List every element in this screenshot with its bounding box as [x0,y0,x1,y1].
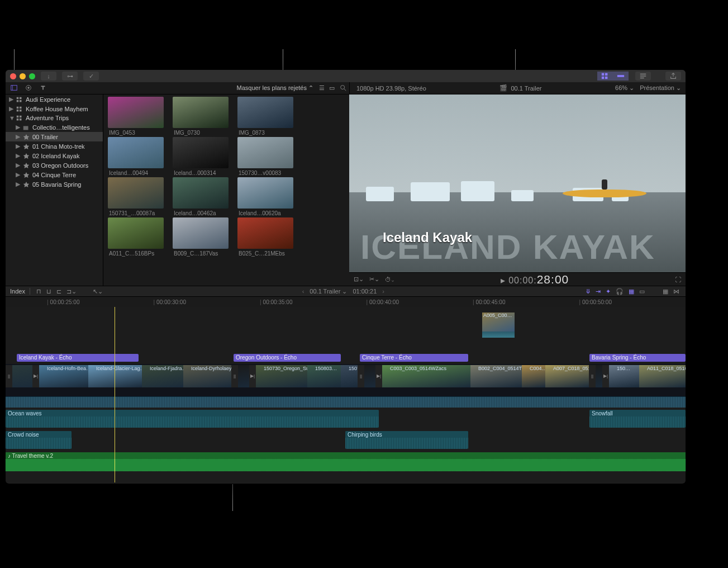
playhead[interactable] [115,307,115,482]
minimize-window-button[interactable] [20,73,26,79]
sidebar-item[interactable]: ▶00 Trailer [6,132,103,141]
transitions-browser-icon[interactable]: ⋈ [673,288,679,295]
edge-handle-right[interactable]: ▶| [375,365,382,387]
browser-toggle-icon[interactable] [597,72,613,81]
title-clip[interactable]: Iceland Kayak - Écho [17,354,139,362]
title-clip[interactable]: Cinque Terre - Écho [360,354,468,362]
sidebar-item[interactable]: ▶Collectio…telligentes [6,122,103,132]
browser-thumbnail[interactable]: IMG_0453 [108,97,170,136]
edge-handle-right[interactable]: ▶| [602,365,609,387]
video-clip[interactable]: 150803… [307,365,341,395]
audio-clip[interactable]: Chirping birds [345,431,468,449]
presentation-dropdown[interactable]: Présentation ⌄ [640,84,681,92]
share-button[interactable] [665,72,681,81]
edge-handle-left[interactable]: || [589,365,596,387]
disclosure-icon[interactable]: ▶ [16,133,20,140]
import-button[interactable]: ↓ [41,72,56,81]
close-window-button[interactable] [10,73,16,79]
sidebar-item[interactable]: ▶01 China Moto-trek [6,141,103,151]
disclosure-icon[interactable]: ▶ [16,181,20,188]
disclosure-icon[interactable]: ▶ [16,143,20,150]
timeline-project-label[interactable]: 00.1 Trailer ⌄ [310,288,347,295]
video-clip[interactable]: Iceland-Fjadra… [142,365,183,395]
video-clip[interactable]: 150730_Oregon_Sur… [256,365,307,395]
filter-dropdown[interactable]: Masquer les plans rejetés ⌃ [237,84,313,92]
browser-thumbnail[interactable]: Iceland…00620a [237,177,300,216]
browser-thumbnail[interactable]: Iceland…000314 [173,137,235,176]
search-icon[interactable] [339,84,347,93]
browser-toggle-segment[interactable] [597,72,629,81]
list-view-icon[interactable]: ▭ [329,84,335,92]
browser-thumbnail[interactable]: Iceland…00462a [173,177,235,216]
video-clip[interactable]: Iceland-Glacier-Lag… [88,365,142,395]
keyword-button[interactable]: ⊶ [62,72,78,81]
sidebar-item[interactable]: ▶05 Bavaria Spring [6,179,103,189]
video-clip[interactable]: ||▶| [358,365,382,395]
video-clip[interactable]: B002_C004_0514T… [470,365,522,395]
timeline-index-button[interactable]: Index [10,288,30,295]
view-options-icon[interactable]: ⊡⌄ [354,276,364,283]
connect-tool-icon[interactable]: ⊓ [36,288,41,295]
solo-icon[interactable]: ✦ [606,288,611,295]
effects-browser-icon[interactable]: ▦ [663,288,668,295]
headphones-icon[interactable]: 🎧 [616,288,624,295]
video-clip[interactable]: 150… [609,365,639,395]
browser-thumbnail[interactable]: A011_C…516BPs [108,217,170,257]
clip-appearance-tl-icon[interactable]: ▭ [639,288,645,295]
video-clip[interactable]: C004… [522,365,545,395]
audio-clip[interactable]: Snowfall [589,410,686,428]
edge-handle-right[interactable]: ▶| [32,365,39,387]
video-clip[interactable]: ||▶| [231,365,256,395]
background-tasks-button[interactable]: ✓ [83,72,99,81]
library-sidebar-icon[interactable] [10,84,18,93]
audio-skimming-icon[interactable]: ⇥ [596,288,601,295]
insert-tool-icon[interactable]: ⊔ [46,288,51,295]
sidebar-item[interactable]: ▶03 Oregon Outdoors [6,160,103,170]
music-clip[interactable]: ♪ Travel theme v.2 [6,452,686,471]
browser-thumbnail[interactable]: 150730…v00083 [237,137,300,176]
disclosure-icon[interactable]: ▶ [16,162,20,169]
browser-thumbnail[interactable]: 150731_…00087a [108,177,170,216]
video-clip[interactable]: Iceland-Hofn-Bea… [39,365,88,395]
disclosure-icon[interactable]: ▶ [16,171,20,178]
overwrite-tool-icon[interactable]: ⊐⌄ [66,288,77,295]
clip-appearance-icon[interactable]: ☰ [319,84,325,92]
next-edit-icon[interactable]: › [382,288,384,295]
browser-thumbnail[interactable]: IMG_0873 [237,97,300,136]
fullscreen-viewer-icon[interactable]: ⛶ [675,276,681,283]
edge-handle-left[interactable]: || [358,365,364,387]
sidebar-item[interactable]: ▼Adventure Trips [6,113,103,122]
sidebar-item[interactable]: ▶02 Iceland Kayak [6,151,103,160]
edge-handle-left[interactable]: || [6,365,12,387]
sidebar-item[interactable]: ▶04 Cinque Terre [6,170,103,179]
inspector-toggle-button[interactable] [635,72,651,81]
sidebar-item[interactable]: ▶Koffee House Mayhem [6,104,103,113]
video-clip[interactable]: Iceland-Dyrholaey… [183,365,231,395]
transform-tool-icon[interactable]: ✂⌄ [369,276,379,283]
timeline-toggle-icon[interactable] [613,72,629,81]
browser-thumbnail[interactable]: IMG_0730 [173,97,235,136]
zoom-dropdown[interactable]: 66% ⌄ [615,84,634,92]
video-clip[interactable]: C003_C003_0514WZacs [382,365,470,395]
video-clip[interactable]: 1507… [341,365,358,395]
viewer-frame[interactable]: ICELAND KAYAK Iceland Kayak [349,94,686,272]
title-clip[interactable]: Bavaria Spring - Écho [589,354,686,362]
disclosure-icon[interactable]: ▼ [9,115,13,121]
timeline-body[interactable]: A005_C00…Iceland Kayak - ÉchoOregon Outd… [6,307,686,482]
timeline-ruler[interactable]: 00:00:25:0000:00:30:0000:00:35:0000:00:4… [6,297,686,307]
append-tool-icon[interactable]: ⊏ [56,288,61,295]
browser-thumbnail[interactable]: Iceland…00494 [108,137,170,176]
browser-thumbnail[interactable]: B009_C…187Vas [173,217,235,257]
audio-clip[interactable]: Ocean waves [6,410,379,428]
browser-thumbnail[interactable]: B025_C…21MEbs [237,217,300,257]
title-clip[interactable]: Oregon Outdoors - Écho [234,354,341,362]
photos-sidebar-icon[interactable] [25,84,32,93]
arrow-tool-icon[interactable]: ↖⌄ [93,288,103,295]
prev-edit-icon[interactable]: ‹ [302,288,304,295]
disclosure-icon[interactable]: ▶ [9,96,13,103]
video-clip[interactable]: ||▶| [589,365,609,395]
video-clip[interactable]: A007_C018_051… [545,365,589,395]
video-clip[interactable]: A011_C018_0516… [639,365,686,395]
disclosure-icon[interactable]: ▶ [9,105,13,112]
sidebar-item[interactable]: ▶Audi Experience [6,94,103,104]
